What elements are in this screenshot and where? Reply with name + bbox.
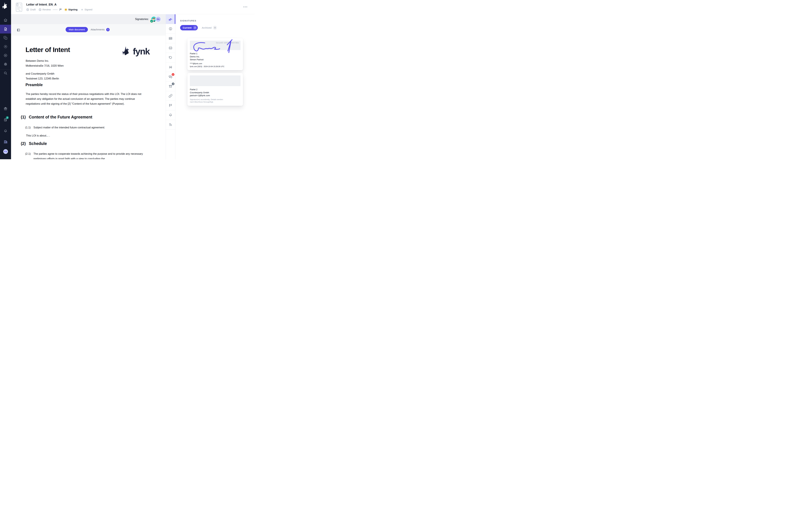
panel-heading: SIGNATURES: [180, 20, 196, 22]
fynk-wordmark: fynk: [133, 46, 149, 56]
preamble-text: The parties hereby record the status of …: [26, 92, 148, 106]
toolbar-links[interactable]: [166, 91, 175, 101]
step-signing-dot: [65, 9, 66, 10]
fynk-brand-logo: fynk: [122, 46, 149, 57]
sidebar-item-notifications[interactable]: [0, 127, 11, 135]
tab-archived[interactable]: Archived 0: [202, 26, 217, 30]
sidebar-item-organization[interactable]: [0, 137, 11, 146]
signer-name: Simon Parisot: [190, 58, 241, 61]
signatories-label: Signatories:: [135, 18, 149, 21]
toolbar-dates[interactable]: [166, 43, 175, 53]
document-header: Letter of Intent_EN_A Draft Review Signi…: [11, 0, 255, 14]
step-done-icon: [26, 8, 29, 11]
signer-company: Counterparty Gmbh: [190, 91, 241, 94]
signature-icon: [168, 17, 173, 21]
signatures-panel: SIGNATURES Current 2 Archived 0 SecureID…: [175, 14, 255, 159]
panel-tabs: Current 2 Archived 0: [180, 25, 217, 30]
section-1-heading: (1)Content of the Future Agreement: [21, 115, 92, 120]
tab-current[interactable]: Current 2: [180, 25, 198, 30]
user-avatar[interactable]: FS: [3, 149, 8, 154]
party-block-1: Between Demo Inc. Molkereistraße 7/16, 1…: [26, 58, 64, 68]
party-block-2: and Counterparty Gmbh Teststreet 123, 12…: [26, 71, 59, 81]
sidebar-item-templates[interactable]: [0, 33, 11, 42]
signatory-avatar-initials[interactable]: PA: [156, 17, 161, 22]
active-tool-indicator: [175, 14, 175, 24]
tab-archived-label: Archived: [202, 26, 212, 29]
sidebar: 2 FS: [0, 0, 11, 159]
toolbar-archive[interactable]: 4: [166, 82, 175, 91]
sidebar-item-automations[interactable]: [0, 51, 11, 60]
toolbar-signatures[interactable]: [166, 14, 175, 24]
more-menu-button[interactable]: [244, 6, 247, 7]
copy-icon: [4, 36, 7, 40]
signatories-bar: Signatories: PA: [11, 14, 166, 24]
play-circle-icon: [4, 53, 7, 57]
home-icon: [4, 18, 7, 22]
sidebar-item-tasks[interactable]: 2: [0, 115, 11, 124]
step-signed[interactable]: Signed: [84, 8, 92, 11]
rss-icon: [169, 123, 172, 127]
right-toolbar: 1 4: [166, 14, 175, 159]
milestone-flag-icon: [59, 8, 62, 11]
archived-count-badge: 0: [213, 26, 217, 30]
toolbar-activity[interactable]: [166, 120, 175, 130]
signer-company: Demo Inc.: [190, 55, 241, 58]
app-window: 2 FS Letter of Intent_EN_A: [0, 0, 255, 159]
tag-icon: [169, 56, 172, 59]
panel-expand-icon[interactable]: [17, 29, 20, 31]
document-title: Letter of Intent: [26, 46, 70, 54]
toolbar-info[interactable]: [166, 24, 175, 34]
step-review[interactable]: Review: [43, 8, 51, 11]
flag-icon: [169, 104, 172, 107]
signature-preview: SecureID: b28187524037382c: [190, 41, 241, 50]
sidebar-item-search[interactable]: [0, 69, 11, 78]
clause-1-1-body: This LOI is about... .: [26, 133, 50, 138]
bell-icon: [169, 113, 172, 117]
document-page[interactable]: Letter of Intent fynk Between Demo Inc. …: [11, 35, 166, 159]
toolbar-tags[interactable]: [166, 53, 175, 62]
signer-party: Partei 2: [190, 88, 241, 91]
toolbar-comments[interactable]: 1: [166, 72, 175, 82]
search-icon: [4, 71, 7, 75]
section-2-heading: (2)Schedule: [21, 141, 47, 146]
sidebar-item-settings[interactable]: [0, 60, 11, 69]
step-signing[interactable]: Signing: [68, 8, 78, 11]
upload-circle-icon: [4, 45, 7, 49]
toolbar-variables[interactable]: [166, 62, 175, 72]
tab-current-label: Current: [183, 26, 192, 29]
contract-thumbnail-icon: [16, 2, 22, 12]
sidebar-item-home[interactable]: [0, 16, 11, 25]
clause-1-1: (1.1)Subject matter of the intended futu…: [25, 125, 147, 130]
signature-card-2[interactable]: Partei 2 Counterparty Gmbh parisot+1@fyn…: [188, 73, 243, 106]
building-icon: [4, 140, 8, 144]
gift-icon: [4, 107, 7, 111]
tab-attachments[interactable]: Attachments 1: [91, 27, 110, 32]
signature-card-1[interactable]: SecureID: b28187524037382c Partei 1 Demo…: [188, 38, 243, 70]
tab-attachments-label: Attachments: [91, 28, 105, 31]
document-icon: [4, 27, 7, 31]
signature-preview-empty: [190, 75, 241, 86]
preamble-heading: Preamble: [26, 83, 43, 87]
toolbar-milestones[interactable]: [166, 101, 175, 110]
contact-card-icon: [169, 36, 172, 40]
toolbar-reminders[interactable]: [166, 110, 175, 120]
signer-email: ****@fynk.com: [190, 62, 241, 65]
variables-icon: [169, 65, 173, 69]
fynk-logo-icon[interactable]: [2, 2, 9, 10]
sidebar-item-import[interactable]: [0, 42, 11, 51]
toolbar-contacts[interactable]: [166, 34, 175, 43]
signed-check-icon: [150, 20, 153, 23]
sidebar-item-documents[interactable]: [0, 25, 11, 33]
calendar-icon: [169, 46, 172, 50]
gear-icon: [4, 62, 7, 66]
step-draft[interactable]: Draft: [30, 8, 36, 11]
sidebar-item-whats-new[interactable]: [0, 104, 11, 113]
workflow-steps: Draft Review Signing Signed: [26, 7, 92, 12]
comments-count-badge: 1: [172, 73, 174, 76]
signer-details: Partei 1 Demo Inc. Simon Parisot: [190, 52, 241, 61]
tab-main-document[interactable]: Main document: [65, 27, 88, 32]
fynk-crane-icon: [122, 46, 131, 57]
page-title: Letter of Intent_EN_A: [26, 3, 57, 6]
signature-meta: fynk.com [SES] · 2024-10-04 15:28:35 UTC: [190, 65, 241, 68]
link-icon: [169, 94, 172, 98]
